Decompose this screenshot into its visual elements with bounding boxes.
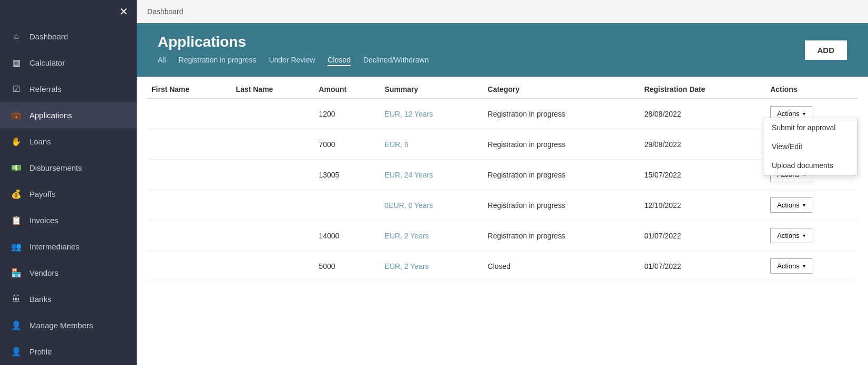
- amount-cell: [314, 190, 380, 221]
- sidebar-label-disbursements: Disbursements: [29, 163, 82, 172]
- sidebar-label-profile: Profile: [29, 347, 52, 356]
- calculator-icon: ▦: [11, 57, 22, 68]
- sidebar-item-profile[interactable]: 👤Profile: [0, 338, 137, 364]
- actions-button[interactable]: Actions▾: [770, 197, 812, 213]
- vendors-icon: 🏪: [11, 267, 22, 278]
- sidebar-item-banks[interactable]: 🏛Banks: [0, 286, 137, 312]
- add-button[interactable]: ADD: [805, 40, 847, 60]
- actions-cell: Actions▾Submit for approvalView/EditUplo…: [766, 98, 857, 129]
- actions-cell: Actions▾: [766, 251, 857, 281]
- close-sidebar-button[interactable]: ✕: [119, 6, 128, 17]
- intermediaries-icon: 👥: [11, 241, 22, 252]
- last-name-cell: [232, 221, 315, 251]
- date-cell: 01/07/2022: [640, 221, 766, 251]
- breadcrumb: Dashboard: [137, 0, 868, 23]
- sidebar-item-calculator[interactable]: ▦Calculator: [0, 49, 137, 76]
- actions-button[interactable]: Actions▾: [770, 258, 812, 274]
- sidebar-item-manage-members[interactable]: 👤Manage Members: [0, 312, 137, 338]
- sidebar-label-banks: Banks: [29, 295, 52, 304]
- sidebar-label-calculator: Calculator: [29, 58, 65, 67]
- chevron-down-icon: ▾: [803, 233, 805, 238]
- chevron-down-icon: ▾: [803, 263, 805, 269]
- sidebar-item-referrals[interactable]: ☑Referrals: [0, 76, 137, 102]
- app-header: Applications AllRegistration in progress…: [137, 23, 868, 77]
- sidebar-label-intermediaries: Intermediaries: [29, 242, 79, 251]
- summary-cell: EUR, 2 Years: [381, 221, 484, 251]
- sidebar-label-manage-members: Manage Members: [29, 321, 93, 330]
- last-name-cell: [232, 251, 315, 281]
- sidebar-item-vendors[interactable]: 🏪Vendors: [0, 259, 137, 286]
- banks-icon: 🏛: [11, 293, 22, 305]
- sidebar-label-loans: Loans: [29, 137, 51, 146]
- referrals-icon: ☑: [11, 83, 22, 95]
- disbursements-icon: 💵: [11, 162, 22, 173]
- date-cell: 15/07/2022: [640, 160, 766, 190]
- category-cell: Registration in progress: [484, 160, 640, 190]
- sidebar: ✕ ⌂Dashboard▦Calculator☑Referrals💼Applic…: [0, 0, 137, 365]
- payoffs-icon: 💰: [11, 188, 22, 200]
- amount-cell: 1200: [314, 98, 380, 129]
- sidebar-item-applications[interactable]: 💼Applications: [0, 102, 137, 128]
- actions-button[interactable]: Actions▾: [770, 228, 812, 243]
- amount-cell: 13005: [314, 160, 380, 190]
- tab-declined/withdrawn[interactable]: Declined/Withdrawn: [363, 56, 429, 66]
- category-cell: Registration in progress: [484, 98, 640, 129]
- dropdown-item-submit-for-approval[interactable]: Submit for approval: [763, 118, 857, 137]
- category-cell: Registration in progress: [484, 129, 640, 160]
- tab-under-review[interactable]: Under Review: [269, 56, 315, 66]
- tab-all[interactable]: All: [158, 56, 166, 66]
- date-cell: 12/10/2022: [640, 190, 766, 221]
- profile-icon: 👤: [11, 346, 22, 357]
- amount-cell: 7000: [314, 129, 380, 160]
- summary-cell: EUR, 2 Years: [381, 251, 484, 281]
- tab-registration-in-progress[interactable]: Registration in progress: [179, 56, 257, 66]
- app-header-left: Applications AllRegistration in progress…: [158, 34, 428, 66]
- table-row: 13005EUR, 24 YearsRegistration in progre…: [147, 160, 857, 190]
- applications-table: First NameLast NameAmountSummaryCategory…: [147, 77, 857, 281]
- actions-cell: Actions▾: [766, 221, 857, 251]
- first-name-cell: [147, 160, 232, 190]
- amount-cell: 14000: [314, 221, 380, 251]
- last-name-cell: [232, 160, 315, 190]
- actions-label: Actions: [777, 232, 800, 239]
- last-name-cell: [232, 129, 315, 160]
- col-category: Category: [484, 77, 640, 98]
- tab-closed[interactable]: Closed: [328, 56, 351, 66]
- dropdown-item-view/edit[interactable]: View/Edit: [763, 137, 857, 156]
- date-cell: 01/07/2022: [640, 251, 766, 281]
- category-cell: Registration in progress: [484, 190, 640, 221]
- sidebar-item-invoices[interactable]: 📋Invoices: [0, 207, 137, 233]
- sidebar-label-payoffs: Payoffs: [29, 190, 56, 199]
- invoices-icon: 📋: [11, 214, 22, 226]
- table-row: 0EUR, 0 YearsRegistration in progress12/…: [147, 190, 857, 221]
- sidebar-close-area: ✕: [0, 0, 137, 23]
- sidebar-item-dashboard[interactable]: ⌂Dashboard: [0, 23, 137, 49]
- sidebar-label-referrals: Referrals: [29, 85, 62, 93]
- last-name-cell: [232, 98, 315, 129]
- applications-icon: 💼: [11, 109, 22, 121]
- first-name-cell: [147, 221, 232, 251]
- sidebar-label-applications: Applications: [29, 111, 72, 120]
- col-summary: Summary: [381, 77, 484, 98]
- amount-cell: 5000: [314, 251, 380, 281]
- sidebar-item-payoffs[interactable]: 💰Payoffs: [0, 181, 137, 207]
- first-name-cell: [147, 129, 232, 160]
- first-name-cell: [147, 98, 232, 129]
- sidebar-label-invoices: Invoices: [29, 216, 58, 225]
- table-container: First NameLast NameAmountSummaryCategory…: [137, 77, 868, 365]
- category-cell: Closed: [484, 251, 640, 281]
- page-title: Applications: [158, 34, 428, 50]
- table-row: 1200EUR, 12 YearsRegistration in progres…: [147, 98, 857, 129]
- col-first-name: First Name: [147, 77, 232, 98]
- sidebar-item-disbursements[interactable]: 💵Disbursements: [0, 154, 137, 181]
- actions-label: Actions: [777, 110, 800, 118]
- dashboard-icon: ⌂: [11, 30, 22, 42]
- actions-label: Actions: [777, 201, 800, 209]
- dropdown-item-upload-documents[interactable]: Upload documents: [763, 156, 857, 175]
- sidebar-item-loans[interactable]: ✋Loans: [0, 128, 137, 154]
- col-registration-date: Registration Date: [640, 77, 766, 98]
- sidebar-item-intermediaries[interactable]: 👥Intermediaries: [0, 233, 137, 259]
- col-actions: Actions: [766, 77, 857, 98]
- chevron-down-icon: ▾: [803, 111, 805, 117]
- manage-members-icon: 👤: [11, 319, 22, 331]
